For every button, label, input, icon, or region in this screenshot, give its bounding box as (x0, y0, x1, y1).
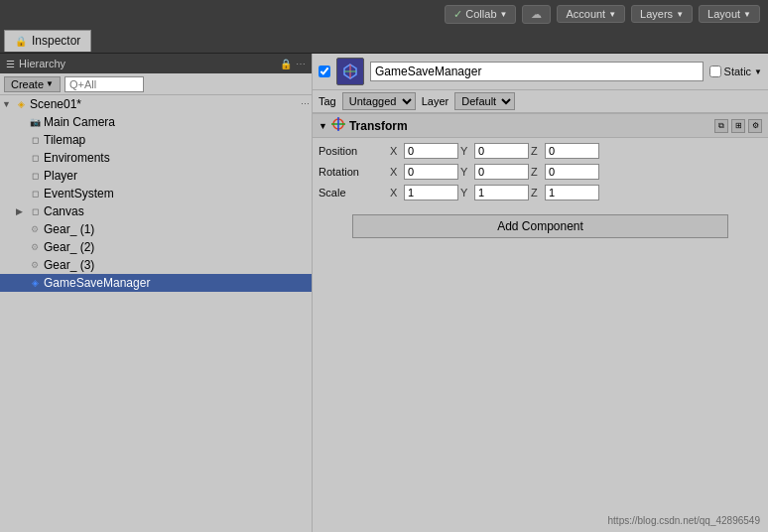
hierarchy-lock-icon: 🔒 (280, 59, 292, 69)
hierarchy-list: ▼ ◈ Scene01* ⋯ 📷 Main Camera ◻ Tilemap ◻ (0, 95, 312, 532)
scale-y-axis-label: Y (460, 187, 472, 199)
scene01-label: Scene01* (30, 97, 81, 111)
transform-icon (331, 117, 345, 134)
rot-z-axis-label: Z (531, 166, 543, 178)
layout-button[interactable]: Layout ▼ (699, 5, 760, 23)
static-row: Static ▼ (709, 66, 762, 77)
enviroments-label: Enviroments (44, 151, 110, 165)
position-z-input[interactable]: 0 (545, 143, 599, 159)
hierarchy-item-eventsystem[interactable]: ◻ EventSystem (0, 185, 312, 202)
rotation-label: Rotation (319, 166, 386, 178)
tag-label: Tag (319, 95, 336, 107)
cloud-icon: ☁ (531, 8, 542, 21)
main-layout: ☰ Hierarchy 🔒 ⋯ Create ▼ ▼ ◈ Scene01* ⋯ (0, 54, 768, 532)
eventsystem-label: EventSystem (44, 187, 114, 200)
layers-caret-icon: ▼ (676, 10, 684, 19)
rotation-x-input[interactable]: 0 (404, 164, 458, 180)
hierarchy-item-scene01[interactable]: ▼ ◈ Scene01* ⋯ (0, 95, 312, 113)
layer-label: Layer (422, 95, 449, 107)
scale-x-axis-label: X (390, 187, 402, 199)
cloud-button[interactable]: ☁ (522, 5, 551, 24)
transform-paste-icon[interactable]: ⊞ (731, 119, 745, 133)
inspector-tag-layer-row: Tag Untagged Layer Default (313, 90, 768, 113)
gamesavemanager-icon: ◈ (28, 276, 42, 290)
gear1-icon: ⚙ (28, 222, 42, 236)
scale-z-axis-label: Z (531, 187, 543, 199)
eventsystem-icon: ◻ (28, 187, 42, 200)
layer-select[interactable]: Default (454, 92, 515, 110)
create-label: Create (11, 78, 44, 90)
tilemap-icon: ◻ (28, 133, 42, 147)
hierarchy-header: ☰ Hierarchy 🔒 ⋯ (0, 54, 312, 73)
gameobject-enabled-checkbox-wrap (319, 66, 330, 77)
layout-label: Layout (707, 8, 740, 20)
transform-copy-icon[interactable]: ⧉ (714, 119, 728, 133)
hierarchy-item-player[interactable]: ◻ Player (0, 167, 312, 185)
hierarchy-title: Hierarchy (19, 58, 65, 69)
scale-z-input[interactable]: 1 (545, 185, 599, 200)
position-label: Position (319, 145, 386, 157)
canvas-icon: ◻ (28, 204, 42, 218)
static-caret-icon[interactable]: ▼ (754, 67, 762, 76)
account-caret-icon: ▼ (608, 10, 616, 19)
transform-title: Transform (349, 119, 408, 133)
position-row: Position X 0 Y 0 Z 0 (319, 141, 762, 161)
inspector-gameobject-row: GameSaveManager Static ▼ (313, 54, 768, 90)
main-camera-label: Main Camera (44, 115, 115, 129)
canvas-label: Canvas (44, 204, 84, 218)
inspector-panel: GameSaveManager Static ▼ Tag Untagged La… (313, 54, 768, 532)
hierarchy-toolbar: Create ▼ (0, 73, 312, 95)
gear1-label: Gear_ (1) (44, 222, 94, 236)
static-checkbox[interactable] (709, 66, 721, 77)
static-label: Static (724, 66, 752, 77)
gameobject-enabled-checkbox[interactable] (319, 66, 330, 77)
hierarchy-dots-icon: ⋯ (296, 59, 306, 69)
gameobject-icon (336, 58, 364, 85)
inspector-tab-icon: 🔒 (15, 36, 27, 47)
collab-button[interactable]: ✓ Collab ▼ (445, 5, 516, 24)
transform-header: ▼ Transform ⧉ ⊞ ⚙ (313, 114, 768, 138)
inspector-tab[interactable]: 🔒 Inspector (4, 30, 91, 52)
tag-select[interactable]: Untagged (342, 92, 416, 110)
account-label: Account (566, 8, 605, 20)
create-caret-icon: ▼ (46, 79, 54, 88)
scale-x-input[interactable]: 1 (404, 185, 458, 200)
scale-y-input[interactable]: 1 (474, 185, 529, 200)
hierarchy-search-input[interactable] (64, 76, 144, 92)
hierarchy-item-tilemap[interactable]: ◻ Tilemap (0, 131, 312, 149)
hierarchy-item-gear2[interactable]: ⚙ Gear_ (2) (0, 238, 312, 256)
enviroments-icon: ◻ (28, 151, 42, 165)
rot-x-axis-label: X (390, 166, 402, 178)
pos-z-axis-label: Z (531, 145, 543, 157)
transform-fold-arrow[interactable]: ▼ (319, 121, 327, 131)
add-component-label: Add Component (497, 219, 583, 233)
add-component-button[interactable]: Add Component (352, 214, 728, 238)
gamesavemanager-label: GameSaveManager (44, 276, 150, 290)
create-button[interactable]: Create ▼ (4, 76, 61, 92)
rotation-row: Rotation X 0 Y 0 Z 0 (319, 162, 762, 182)
tilemap-label: Tilemap (44, 133, 85, 147)
rotation-z-input[interactable]: 0 (545, 164, 599, 180)
collab-label: Collab (465, 8, 496, 20)
gameobject-name-input[interactable]: GameSaveManager (370, 62, 704, 81)
transform-menu-icon[interactable]: ⚙ (748, 119, 762, 133)
player-label: Player (44, 169, 77, 183)
hierarchy-item-gear3[interactable]: ⚙ Gear_ (3) (0, 256, 312, 274)
position-x-input[interactable]: 0 (404, 143, 458, 159)
scene01-icon: ◈ (14, 97, 28, 111)
layers-button[interactable]: Layers ▼ (631, 5, 693, 23)
hierarchy-item-gamesavemanager[interactable]: ◈ GameSaveManager (0, 274, 312, 292)
hierarchy-item-main-camera[interactable]: 📷 Main Camera (0, 113, 312, 131)
account-button[interactable]: Account ▼ (557, 5, 625, 23)
transform-component: ▼ Transform ⧉ ⊞ ⚙ (313, 113, 768, 206)
tab-bar: 🔒 Inspector (0, 28, 768, 54)
canvas-arrow: ▶ (16, 206, 28, 216)
hierarchy-item-enviroments[interactable]: ◻ Enviroments (0, 149, 312, 167)
position-y-input[interactable]: 0 (474, 143, 529, 159)
rotation-y-input[interactable]: 0 (474, 164, 529, 180)
hierarchy-item-canvas[interactable]: ▶ ◻ Canvas (0, 202, 312, 220)
transform-fields: Position X 0 Y 0 Z 0 Rotation X 0 (313, 138, 768, 206)
main-camera-icon: 📷 (28, 115, 42, 129)
hierarchy-item-gear1[interactable]: ⚙ Gear_ (1) (0, 220, 312, 238)
scale-label: Scale (319, 187, 386, 199)
